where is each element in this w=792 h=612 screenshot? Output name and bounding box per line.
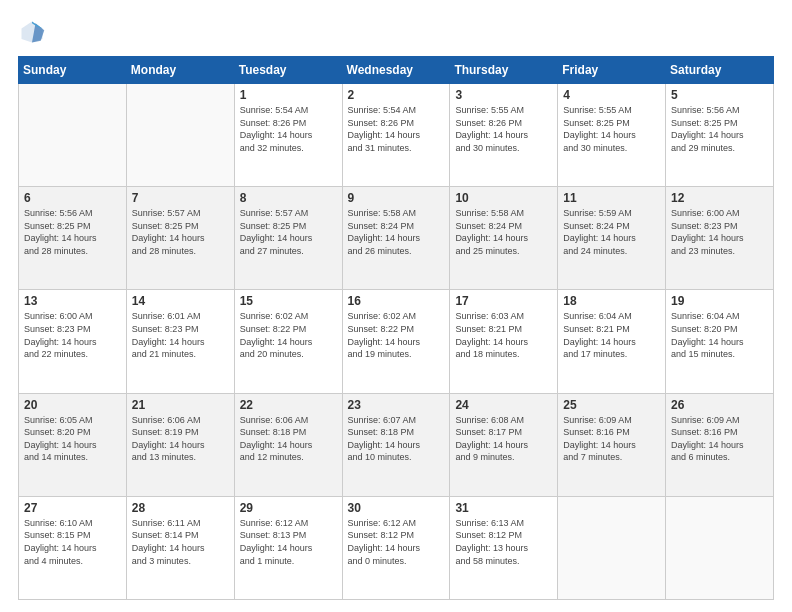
calendar-cell bbox=[558, 496, 666, 599]
day-number: 17 bbox=[455, 294, 552, 308]
calendar-cell: 16Sunrise: 6:02 AM Sunset: 8:22 PM Dayli… bbox=[342, 290, 450, 393]
calendar-cell bbox=[19, 84, 127, 187]
day-info: Sunrise: 5:54 AM Sunset: 8:26 PM Dayligh… bbox=[348, 104, 445, 154]
day-info: Sunrise: 5:57 AM Sunset: 8:25 PM Dayligh… bbox=[132, 207, 229, 257]
calendar-cell: 25Sunrise: 6:09 AM Sunset: 8:16 PM Dayli… bbox=[558, 393, 666, 496]
weekday-header-thursday: Thursday bbox=[450, 57, 558, 84]
calendar-cell: 30Sunrise: 6:12 AM Sunset: 8:12 PM Dayli… bbox=[342, 496, 450, 599]
calendar-cell: 17Sunrise: 6:03 AM Sunset: 8:21 PM Dayli… bbox=[450, 290, 558, 393]
day-number: 15 bbox=[240, 294, 337, 308]
day-number: 5 bbox=[671, 88, 768, 102]
day-info: Sunrise: 5:56 AM Sunset: 8:25 PM Dayligh… bbox=[671, 104, 768, 154]
calendar-cell bbox=[666, 496, 774, 599]
calendar-cell: 8Sunrise: 5:57 AM Sunset: 8:25 PM Daylig… bbox=[234, 187, 342, 290]
day-number: 20 bbox=[24, 398, 121, 412]
day-info: Sunrise: 6:03 AM Sunset: 8:21 PM Dayligh… bbox=[455, 310, 552, 360]
day-info: Sunrise: 6:08 AM Sunset: 8:17 PM Dayligh… bbox=[455, 414, 552, 464]
calendar-week-row: 1Sunrise: 5:54 AM Sunset: 8:26 PM Daylig… bbox=[19, 84, 774, 187]
day-number: 16 bbox=[348, 294, 445, 308]
day-number: 10 bbox=[455, 191, 552, 205]
calendar-cell: 2Sunrise: 5:54 AM Sunset: 8:26 PM Daylig… bbox=[342, 84, 450, 187]
day-info: Sunrise: 6:07 AM Sunset: 8:18 PM Dayligh… bbox=[348, 414, 445, 464]
calendar-week-row: 27Sunrise: 6:10 AM Sunset: 8:15 PM Dayli… bbox=[19, 496, 774, 599]
day-info: Sunrise: 5:59 AM Sunset: 8:24 PM Dayligh… bbox=[563, 207, 660, 257]
calendar-cell: 6Sunrise: 5:56 AM Sunset: 8:25 PM Daylig… bbox=[19, 187, 127, 290]
day-info: Sunrise: 5:58 AM Sunset: 8:24 PM Dayligh… bbox=[455, 207, 552, 257]
day-info: Sunrise: 5:56 AM Sunset: 8:25 PM Dayligh… bbox=[24, 207, 121, 257]
calendar-cell: 19Sunrise: 6:04 AM Sunset: 8:20 PM Dayli… bbox=[666, 290, 774, 393]
day-number: 26 bbox=[671, 398, 768, 412]
calendar-cell: 21Sunrise: 6:06 AM Sunset: 8:19 PM Dayli… bbox=[126, 393, 234, 496]
calendar-cell: 12Sunrise: 6:00 AM Sunset: 8:23 PM Dayli… bbox=[666, 187, 774, 290]
day-info: Sunrise: 6:11 AM Sunset: 8:14 PM Dayligh… bbox=[132, 517, 229, 567]
calendar-cell: 13Sunrise: 6:00 AM Sunset: 8:23 PM Dayli… bbox=[19, 290, 127, 393]
day-info: Sunrise: 6:04 AM Sunset: 8:21 PM Dayligh… bbox=[563, 310, 660, 360]
weekday-header-sunday: Sunday bbox=[19, 57, 127, 84]
calendar-week-row: 6Sunrise: 5:56 AM Sunset: 8:25 PM Daylig… bbox=[19, 187, 774, 290]
calendar-cell: 23Sunrise: 6:07 AM Sunset: 8:18 PM Dayli… bbox=[342, 393, 450, 496]
day-info: Sunrise: 6:12 AM Sunset: 8:13 PM Dayligh… bbox=[240, 517, 337, 567]
day-number: 27 bbox=[24, 501, 121, 515]
page: SundayMondayTuesdayWednesdayThursdayFrid… bbox=[0, 0, 792, 612]
calendar-cell: 14Sunrise: 6:01 AM Sunset: 8:23 PM Dayli… bbox=[126, 290, 234, 393]
logo-icon bbox=[18, 18, 46, 46]
day-number: 21 bbox=[132, 398, 229, 412]
day-info: Sunrise: 6:12 AM Sunset: 8:12 PM Dayligh… bbox=[348, 517, 445, 567]
calendar-cell: 28Sunrise: 6:11 AM Sunset: 8:14 PM Dayli… bbox=[126, 496, 234, 599]
day-number: 19 bbox=[671, 294, 768, 308]
day-number: 24 bbox=[455, 398, 552, 412]
day-number: 7 bbox=[132, 191, 229, 205]
weekday-header-monday: Monday bbox=[126, 57, 234, 84]
day-info: Sunrise: 6:02 AM Sunset: 8:22 PM Dayligh… bbox=[348, 310, 445, 360]
calendar-week-row: 13Sunrise: 6:00 AM Sunset: 8:23 PM Dayli… bbox=[19, 290, 774, 393]
calendar-cell: 10Sunrise: 5:58 AM Sunset: 8:24 PM Dayli… bbox=[450, 187, 558, 290]
day-info: Sunrise: 6:00 AM Sunset: 8:23 PM Dayligh… bbox=[671, 207, 768, 257]
weekday-header-saturday: Saturday bbox=[666, 57, 774, 84]
calendar-cell: 15Sunrise: 6:02 AM Sunset: 8:22 PM Dayli… bbox=[234, 290, 342, 393]
day-number: 14 bbox=[132, 294, 229, 308]
calendar-cell: 4Sunrise: 5:55 AM Sunset: 8:25 PM Daylig… bbox=[558, 84, 666, 187]
day-number: 29 bbox=[240, 501, 337, 515]
calendar-cell: 1Sunrise: 5:54 AM Sunset: 8:26 PM Daylig… bbox=[234, 84, 342, 187]
calendar-cell: 22Sunrise: 6:06 AM Sunset: 8:18 PM Dayli… bbox=[234, 393, 342, 496]
day-info: Sunrise: 5:55 AM Sunset: 8:25 PM Dayligh… bbox=[563, 104, 660, 154]
day-info: Sunrise: 6:10 AM Sunset: 8:15 PM Dayligh… bbox=[24, 517, 121, 567]
calendar-cell: 3Sunrise: 5:55 AM Sunset: 8:26 PM Daylig… bbox=[450, 84, 558, 187]
day-number: 1 bbox=[240, 88, 337, 102]
day-number: 9 bbox=[348, 191, 445, 205]
day-number: 6 bbox=[24, 191, 121, 205]
calendar-cell: 18Sunrise: 6:04 AM Sunset: 8:21 PM Dayli… bbox=[558, 290, 666, 393]
weekday-header-wednesday: Wednesday bbox=[342, 57, 450, 84]
day-info: Sunrise: 6:09 AM Sunset: 8:16 PM Dayligh… bbox=[671, 414, 768, 464]
day-number: 3 bbox=[455, 88, 552, 102]
day-number: 2 bbox=[348, 88, 445, 102]
day-number: 25 bbox=[563, 398, 660, 412]
day-number: 8 bbox=[240, 191, 337, 205]
day-number: 31 bbox=[455, 501, 552, 515]
day-number: 13 bbox=[24, 294, 121, 308]
day-info: Sunrise: 6:13 AM Sunset: 8:12 PM Dayligh… bbox=[455, 517, 552, 567]
calendar-cell: 9Sunrise: 5:58 AM Sunset: 8:24 PM Daylig… bbox=[342, 187, 450, 290]
day-info: Sunrise: 5:55 AM Sunset: 8:26 PM Dayligh… bbox=[455, 104, 552, 154]
day-info: Sunrise: 6:09 AM Sunset: 8:16 PM Dayligh… bbox=[563, 414, 660, 464]
day-info: Sunrise: 6:05 AM Sunset: 8:20 PM Dayligh… bbox=[24, 414, 121, 464]
day-info: Sunrise: 6:00 AM Sunset: 8:23 PM Dayligh… bbox=[24, 310, 121, 360]
calendar: SundayMondayTuesdayWednesdayThursdayFrid… bbox=[18, 56, 774, 600]
calendar-cell: 11Sunrise: 5:59 AM Sunset: 8:24 PM Dayli… bbox=[558, 187, 666, 290]
day-number: 23 bbox=[348, 398, 445, 412]
calendar-cell: 24Sunrise: 6:08 AM Sunset: 8:17 PM Dayli… bbox=[450, 393, 558, 496]
day-info: Sunrise: 6:06 AM Sunset: 8:18 PM Dayligh… bbox=[240, 414, 337, 464]
calendar-cell: 7Sunrise: 5:57 AM Sunset: 8:25 PM Daylig… bbox=[126, 187, 234, 290]
calendar-cell: 27Sunrise: 6:10 AM Sunset: 8:15 PM Dayli… bbox=[19, 496, 127, 599]
day-number: 18 bbox=[563, 294, 660, 308]
header bbox=[18, 18, 774, 46]
day-number: 28 bbox=[132, 501, 229, 515]
day-number: 4 bbox=[563, 88, 660, 102]
day-number: 11 bbox=[563, 191, 660, 205]
weekday-header-tuesday: Tuesday bbox=[234, 57, 342, 84]
day-info: Sunrise: 5:58 AM Sunset: 8:24 PM Dayligh… bbox=[348, 207, 445, 257]
weekday-header-friday: Friday bbox=[558, 57, 666, 84]
calendar-cell bbox=[126, 84, 234, 187]
day-info: Sunrise: 5:54 AM Sunset: 8:26 PM Dayligh… bbox=[240, 104, 337, 154]
day-info: Sunrise: 6:04 AM Sunset: 8:20 PM Dayligh… bbox=[671, 310, 768, 360]
